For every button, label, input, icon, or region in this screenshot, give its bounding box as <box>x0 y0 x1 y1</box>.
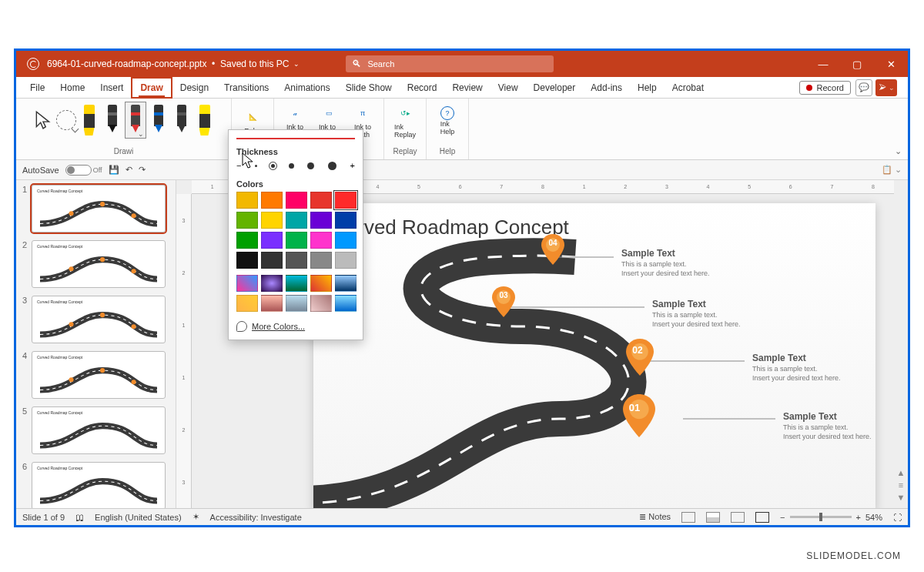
svg-point-7 <box>100 313 105 317</box>
slide-thumbnail[interactable]: Curved Roadmap Concept <box>32 185 166 232</box>
autosave-toggle[interactable] <box>65 165 92 176</box>
pen-dark[interactable] <box>171 102 192 139</box>
color-swatch[interactable] <box>236 192 258 209</box>
tab-home[interactable]: Home <box>52 77 92 99</box>
color-swatch[interactable] <box>236 252 258 269</box>
redo-icon[interactable]: ↷ <box>139 165 146 175</box>
texture-swatch[interactable] <box>286 295 307 312</box>
search-input[interactable]: 🔍︎ Search <box>346 55 554 72</box>
roadmap-pin-3: 03 <box>492 286 515 317</box>
tab-insert[interactable]: Insert <box>92 77 131 99</box>
tab-review[interactable]: Review <box>444 77 490 99</box>
texture-swatch[interactable] <box>310 275 332 292</box>
close-button[interactable]: ✕ <box>874 51 908 77</box>
color-swatch[interactable] <box>261 192 283 209</box>
title-dropdown-icon[interactable]: ⌄ <box>293 60 300 68</box>
color-swatch[interactable] <box>310 252 332 269</box>
tab-file[interactable]: File <box>22 77 52 99</box>
color-swatch[interactable] <box>236 212 258 229</box>
tab-help[interactable]: Help <box>630 77 665 99</box>
color-swatch[interactable] <box>261 212 283 229</box>
comments-button[interactable]: 💬 <box>855 79 872 96</box>
color-swatch[interactable] <box>310 212 332 229</box>
slide-thumbnail[interactable]: Curved Roadmap Concept <box>32 406 166 454</box>
texture-swatch[interactable] <box>286 275 307 292</box>
palette-icon <box>236 321 247 332</box>
language-label[interactable]: English (United States) <box>95 513 182 522</box>
paste-icon[interactable]: 📋 ⌄ <box>882 165 902 175</box>
pen-red-selected[interactable] <box>125 102 146 139</box>
normal-view-icon[interactable] <box>681 512 695 523</box>
maximize-button[interactable]: ▢ <box>840 51 874 77</box>
select-tool[interactable] <box>32 102 54 139</box>
texture-swatch[interactable] <box>236 275 258 292</box>
minimize-button[interactable]: — <box>806 51 840 77</box>
zoom-control[interactable]: −+54% <box>780 513 882 522</box>
highlighter-yellow[interactable] <box>194 102 216 139</box>
reading-view-icon[interactable] <box>731 512 745 523</box>
thumb-number: 4 <box>18 351 27 399</box>
fit-to-window-icon[interactable]: ⛶ <box>893 513 902 522</box>
slide-thumbnail[interactable]: Curved Roadmap Concept <box>32 240 166 288</box>
texture-swatch[interactable] <box>261 295 283 312</box>
color-swatch[interactable] <box>286 212 307 229</box>
pen-blue[interactable] <box>148 102 169 139</box>
color-swatch[interactable] <box>261 232 283 249</box>
thumb-number: 3 <box>18 296 27 343</box>
slide-thumbnail[interactable]: Curved Roadmap Concept <box>32 462 166 508</box>
vertical-scroll-buttons[interactable]: ▲≡▼ <box>896 468 906 502</box>
color-swatch[interactable] <box>335 252 357 269</box>
color-swatch[interactable] <box>335 232 357 249</box>
color-swatch[interactable] <box>236 232 258 249</box>
tab-design[interactable]: Design <box>172 77 216 99</box>
sorter-view-icon[interactable] <box>706 512 720 523</box>
texture-swatch[interactable] <box>261 275 283 292</box>
language-icon[interactable]: 🕮 <box>75 513 84 522</box>
slide-thumbnail[interactable]: Curved Roadmap Concept <box>32 296 166 343</box>
slide-thumbnail[interactable]: Curved Roadmap Concept <box>32 351 166 399</box>
color-swatch[interactable] <box>261 252 283 269</box>
texture-swatch[interactable] <box>236 295 258 312</box>
ribbon-tabs: File Home Insert Draw Design Transitions… <box>16 77 908 99</box>
slideshow-view-icon[interactable] <box>755 512 769 523</box>
undo-icon[interactable]: ↶ <box>126 165 132 175</box>
color-swatch[interactable] <box>310 192 332 209</box>
tab-developer[interactable]: Developer <box>526 77 584 99</box>
color-swatch[interactable] <box>335 192 357 209</box>
slide[interactable]: Curved Roadmap Concept 04 03 02 01 Sampl… <box>313 203 875 508</box>
texture-swatch[interactable] <box>335 275 357 292</box>
tab-animations[interactable]: Animations <box>276 77 337 99</box>
tab-view[interactable]: View <box>490 77 526 99</box>
texture-swatch[interactable] <box>310 295 332 312</box>
quick-access-toolbar: AutoSave Off 💾 ↶ ↷ 📋 ⌄ <box>16 160 908 180</box>
tab-addins[interactable]: Add-ins <box>583 77 630 99</box>
tab-acrobat[interactable]: Acrobat <box>665 77 711 99</box>
record-button[interactable]: Record <box>799 81 851 95</box>
tab-record[interactable]: Record <box>400 77 445 99</box>
pen-black[interactable] <box>102 102 123 139</box>
color-swatch[interactable] <box>310 232 332 249</box>
texture-swatch[interactable] <box>335 295 357 312</box>
accessibility-icon[interactable]: ✶ <box>192 512 199 522</box>
accessibility-label[interactable]: Accessibility: Investigate <box>210 513 302 522</box>
tab-slideshow[interactable]: Slide Show <box>338 77 400 99</box>
color-swatch[interactable] <box>286 192 307 209</box>
share-button[interactable]: ⮚ ⌄ <box>875 79 897 96</box>
pen-black-yellow[interactable] <box>79 102 100 139</box>
color-swatch[interactable] <box>286 252 307 269</box>
tab-transitions[interactable]: Transitions <box>216 77 276 99</box>
lasso-tool[interactable] <box>55 102 77 139</box>
ribbon-collapse-icon[interactable]: ⌄ <box>895 146 902 156</box>
color-swatch[interactable] <box>286 232 307 249</box>
notes-button[interactable]: ≣ Notes <box>639 512 671 522</box>
color-swatch[interactable] <box>335 212 357 229</box>
ink-replay-button[interactable]: ↺▸Ink Replay <box>389 102 421 140</box>
color-swatches <box>236 192 355 269</box>
svg-point-5 <box>132 269 136 273</box>
ink-help-button[interactable]: ?Ink Help <box>431 102 464 140</box>
save-icon[interactable]: 💾 <box>109 165 119 175</box>
tab-draw[interactable]: Draw <box>131 77 172 99</box>
callout-1: Sample TextThis is a sample text.Insert … <box>783 411 872 441</box>
work-area: 1 Curved Roadmap Concept 2 Curved Roadma… <box>16 180 908 508</box>
more-colors-button[interactable]: More Colors... <box>236 318 355 335</box>
